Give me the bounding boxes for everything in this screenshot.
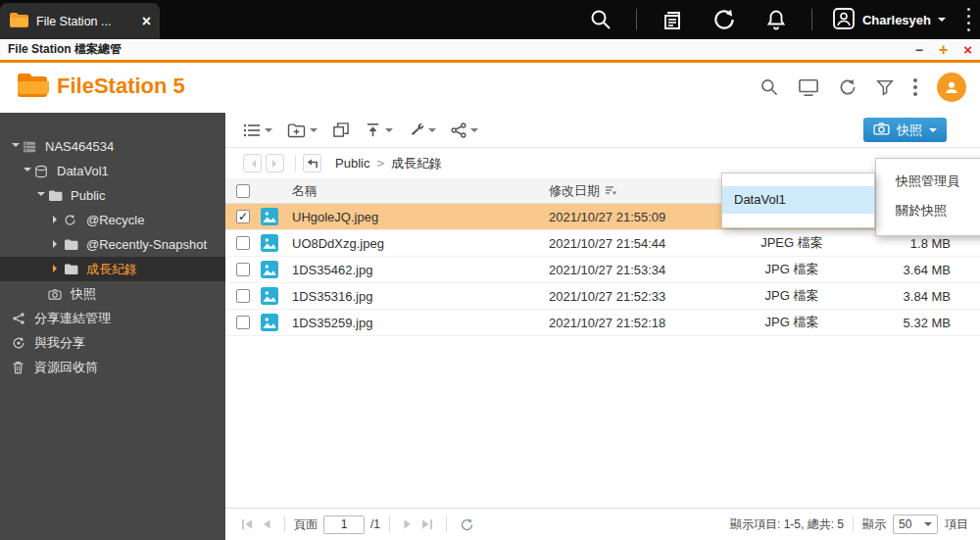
folder-icon: [64, 238, 81, 251]
file-name: 1DS35259.jpg: [292, 316, 549, 330]
file-modified: 2021/10/27 21:52:33: [549, 289, 733, 304]
expand-icon[interactable]: [24, 164, 34, 178]
menu-item-snapshot-manager[interactable]: 快照管理員: [876, 167, 980, 196]
table-row[interactable]: UO8DdXzg.jpeg 2021/10/27 21:54:44 JPEG 檔…: [225, 230, 980, 257]
view-mode-button[interactable]: [243, 123, 272, 138]
sidebar-item-shared-with-me[interactable]: 與我分享: [0, 330, 225, 355]
expand-icon[interactable]: [53, 213, 64, 227]
expand-icon[interactable]: [53, 237, 64, 252]
sidebar-item-growth-records[interactable]: 成長紀錄: [0, 257, 225, 281]
window-title: File Station 檔案總管: [8, 41, 122, 58]
create-folder-button[interactable]: [287, 123, 318, 138]
background-tasks-icon[interactable]: [661, 8, 684, 31]
chevron-down-icon: [470, 128, 478, 136]
snapshot-button[interactable]: 快照: [863, 118, 947, 142]
camera-icon: [873, 122, 890, 138]
breadcrumb-separator: >: [376, 156, 384, 171]
sidebar-item-nas[interactable]: NAS464534: [0, 134, 225, 159]
expand-icon[interactable]: [37, 188, 48, 203]
snapshot-dropdown-menu: 快照管理員 關於快照: [875, 158, 980, 236]
sidebar-item-snapshot[interactable]: 快照: [0, 281, 225, 306]
sidebar-item-label: NAS464534: [45, 139, 114, 154]
chevron-down-icon: [924, 522, 932, 530]
user-menu[interactable]: Charlesyeh: [832, 7, 946, 33]
expand-icon[interactable]: [12, 139, 23, 154]
topbar-divider: [636, 9, 637, 30]
maximize-button[interactable]: +: [939, 41, 948, 59]
recycle-icon: [64, 214, 81, 226]
page-size-value: 50: [899, 517, 911, 531]
folder-icon: [48, 189, 66, 202]
first-page-button[interactable]: [241, 518, 254, 530]
sync-icon[interactable]: [711, 7, 737, 32]
forward-button[interactable]: [266, 154, 284, 172]
notifications-bell-icon[interactable]: [764, 8, 788, 31]
tab-close-icon[interactable]: ×: [142, 14, 151, 29]
app-tab[interactable]: File Station ... ×: [0, 3, 160, 39]
upload-button[interactable]: [365, 122, 393, 138]
column-header-modified[interactable]: 修改日期: [549, 182, 733, 200]
back-button[interactable]: [243, 154, 262, 172]
column-header-name[interactable]: 名稱: [292, 182, 549, 200]
divider: [295, 156, 296, 172]
share-button[interactable]: [451, 123, 478, 138]
tools-button[interactable]: [408, 122, 436, 138]
chevron-down-icon: [265, 128, 272, 136]
minimize-button[interactable]: −: [915, 42, 923, 58]
more-options-icon[interactable]: [967, 8, 970, 31]
breadcrumb-segment-public[interactable]: Public: [335, 156, 369, 171]
file-type: JPEG 檔案: [733, 234, 851, 252]
file-type: JPG 檔案: [733, 261, 851, 278]
file-modified: 2021/10/27 21:52:18: [549, 316, 733, 330]
menu-item-about-snapshot[interactable]: 關於快照: [876, 196, 980, 225]
show-label: 顯示: [862, 516, 886, 533]
sidebar-item-recycle[interactable]: @Recycle: [0, 208, 225, 232]
unit-label: 項目: [945, 516, 968, 533]
row-checkbox[interactable]: [236, 316, 250, 329]
more-vertical-icon[interactable]: [912, 77, 918, 97]
next-page-button[interactable]: [403, 518, 413, 530]
file-modified: 2021/10/27 21:53:34: [549, 263, 733, 277]
sidebar-item-datavol1[interactable]: DataVol1: [0, 159, 225, 183]
page-number-input[interactable]: [323, 515, 365, 534]
last-page-button[interactable]: [420, 518, 433, 530]
refresh-icon[interactable]: [460, 517, 474, 532]
file-name: UHgoleJQ.jpeg: [292, 210, 549, 224]
sidebar-item-label: DataVol1: [57, 164, 109, 178]
table-row[interactable]: 1DS35259.jpg 2021/10/27 21:52:18 JPG 檔案 …: [225, 310, 980, 336]
table-row[interactable]: 1DS35462.jpg 2021/10/27 21:53:34 JPG 檔案 …: [225, 257, 980, 283]
go-up-button[interactable]: [303, 154, 321, 172]
submenu-item-datavol1[interactable]: DataVol1: [722, 186, 874, 214]
filter-icon[interactable]: [876, 78, 894, 96]
row-checkbox-checked[interactable]: [236, 210, 250, 223]
sidebar-item-label: @Recycle: [86, 213, 144, 227]
chevron-down-icon: [929, 128, 937, 136]
select-all-checkbox[interactable]: [236, 184, 250, 198]
filestation-logo-folder-icon: [16, 72, 49, 103]
file-toolbar: 快照: [225, 113, 980, 148]
sidebar-item-share-links[interactable]: 分享連結管理: [0, 306, 225, 330]
row-checkbox[interactable]: [236, 236, 250, 250]
file-modified: 2021/10/27 21:54:44: [549, 236, 733, 251]
copy-move-button[interactable]: [332, 122, 350, 138]
refresh-icon[interactable]: [838, 77, 858, 97]
sidebar-item-recycle-bin[interactable]: 資源回收筒: [0, 355, 225, 379]
window-titlebar: File Station 檔案總管 − + ×: [0, 39, 980, 63]
search-icon[interactable]: [589, 8, 612, 31]
remote-display-icon[interactable]: [798, 77, 819, 97]
row-checkbox[interactable]: [236, 263, 250, 276]
divider: [853, 516, 854, 532]
row-checkbox[interactable]: [236, 289, 250, 303]
search-icon[interactable]: [760, 77, 779, 97]
prev-page-button[interactable]: [262, 518, 271, 530]
close-button[interactable]: ×: [963, 41, 972, 58]
sidebar-item-public[interactable]: Public: [0, 183, 225, 208]
page-total: /1: [370, 517, 380, 531]
expand-icon[interactable]: [53, 262, 64, 276]
table-row[interactable]: 1DS35316.jpg 2021/10/27 21:52:33 JPG 檔案 …: [225, 283, 980, 310]
sidebar-item-recently-snapshot[interactable]: @Recently-Snapshot: [0, 232, 225, 257]
user-avatar[interactable]: [937, 73, 966, 102]
page-size-select[interactable]: 50: [893, 515, 938, 534]
sidebar-item-label: 與我分享: [34, 334, 85, 352]
tab-title: File Station ...: [36, 15, 142, 28]
